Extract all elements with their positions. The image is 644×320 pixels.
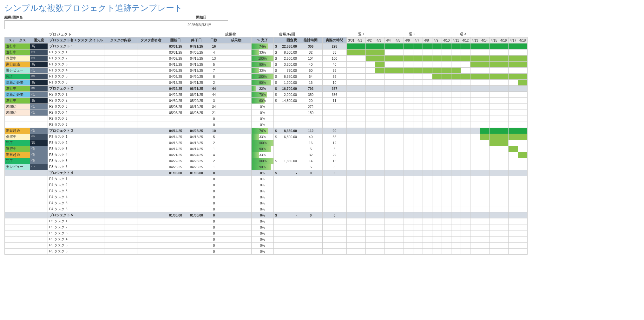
task-row[interactable]: P4 タスク 300% <box>5 188 528 194</box>
gantt-cell[interactable] <box>384 152 394 158</box>
gantt-cell[interactable] <box>451 110 461 116</box>
gantt-cell[interactable] <box>365 62 375 68</box>
cell[interactable] <box>221 122 251 128</box>
gantt-cell[interactable] <box>480 110 489 116</box>
gantt-cell[interactable] <box>451 212 461 218</box>
gantt-cell[interactable] <box>518 98 527 104</box>
gantt-cell[interactable] <box>413 122 423 128</box>
gantt-cell[interactable] <box>518 134 527 140</box>
gantt-cell[interactable] <box>451 56 461 62</box>
gantt-cell[interactable] <box>451 80 461 86</box>
gantt-cell[interactable] <box>394 243 404 249</box>
gantt-cell[interactable] <box>508 86 518 92</box>
cell[interactable] <box>186 122 207 128</box>
gantt-cell[interactable] <box>356 158 365 164</box>
cell-cost[interactable]: $6,500.00 <box>273 134 299 140</box>
cell-cost[interactable] <box>273 230 299 237</box>
cell[interactable] <box>221 206 251 212</box>
gantt-cell[interactable] <box>375 98 384 104</box>
cell[interactable]: プロジェクト 4 <box>48 170 104 176</box>
gantt-cell[interactable] <box>394 206 404 212</box>
col-day-4/12[interactable]: 4/12 <box>461 37 470 43</box>
cell[interactable]: プロジェクト 2 <box>48 86 104 92</box>
cell[interactable] <box>221 212 251 218</box>
gantt-cell[interactable] <box>442 212 451 218</box>
cell[interactable]: 01/00/00 <box>165 212 186 218</box>
cell[interactable]: 14 <box>299 158 322 164</box>
cell[interactable] <box>221 224 251 230</box>
gantt-cell[interactable] <box>518 170 527 176</box>
cell[interactable] <box>165 188 186 194</box>
gantt-cell[interactable] <box>413 50 423 56</box>
cell[interactable]: 05/02/25 <box>186 98 207 104</box>
cell[interactable] <box>137 68 165 74</box>
gantt-cell[interactable] <box>365 218 375 224</box>
gantt-cell[interactable] <box>489 249 499 255</box>
cell[interactable] <box>299 176 322 182</box>
gantt-cell[interactable] <box>480 182 489 188</box>
cell[interactable] <box>137 243 165 249</box>
cell[interactable]: 更新が必要 <box>5 92 30 98</box>
gantt-cell[interactable] <box>499 110 508 116</box>
task-row[interactable]: 未開始低P2 タスク 405/06/2506/03/25210%150 <box>5 110 528 116</box>
gantt-cell[interactable] <box>394 152 404 158</box>
gantt-cell[interactable] <box>442 50 451 56</box>
gantt-cell[interactable] <box>413 62 423 68</box>
cell[interactable]: 10 <box>207 128 221 134</box>
gantt-cell[interactable] <box>432 152 442 158</box>
gantt-cell[interactable] <box>489 134 499 140</box>
cell[interactable] <box>322 104 346 110</box>
gantt-cell[interactable] <box>404 50 413 56</box>
gantt-cell[interactable] <box>413 128 423 134</box>
cell[interactable]: 32 <box>299 50 322 56</box>
gantt-cell[interactable] <box>442 56 451 62</box>
cell[interactable]: P3 タスク 5 <box>48 158 104 164</box>
gantt-cell[interactable] <box>470 182 480 188</box>
gantt-cell[interactable] <box>423 50 432 56</box>
gantt-cell[interactable] <box>442 122 451 128</box>
gantt-cell[interactable] <box>451 237 461 243</box>
gantt-cell[interactable] <box>356 92 365 98</box>
gantt-cell[interactable] <box>489 188 499 194</box>
gantt-cell[interactable] <box>356 140 365 146</box>
cell[interactable] <box>186 194 207 200</box>
cell[interactable] <box>137 134 165 140</box>
col-pct[interactable]: % 完了 <box>251 37 273 43</box>
gantt-cell[interactable] <box>413 158 423 164</box>
cell[interactable]: 04/21/25 <box>165 152 186 158</box>
gantt-cell[interactable] <box>499 68 508 74</box>
gantt-cell[interactable] <box>394 128 404 134</box>
gantt-cell[interactable] <box>375 50 384 56</box>
cell[interactable] <box>165 116 186 122</box>
cell[interactable] <box>221 230 251 237</box>
gantt-cell[interactable] <box>423 86 432 92</box>
cell[interactable]: 112 <box>299 128 322 134</box>
cell[interactable] <box>165 182 186 188</box>
cell-cost[interactable]: $8,350.00 <box>273 128 299 134</box>
gantt-cell[interactable] <box>451 62 461 68</box>
cell[interactable]: 04/20/25 <box>186 74 207 80</box>
col-day-4/1[interactable]: 4/1 <box>356 37 365 43</box>
gantt-cell[interactable] <box>508 43 518 50</box>
gantt-cell[interactable] <box>499 182 508 188</box>
cell[interactable]: 低 <box>30 92 48 98</box>
cell[interactable]: 06/19/25 <box>186 104 207 110</box>
gantt-cell[interactable] <box>346 212 356 218</box>
task-row[interactable]: P5 タスク 500% <box>5 243 528 249</box>
gantt-cell[interactable] <box>432 74 442 80</box>
gantt-cell[interactable] <box>365 170 375 176</box>
gantt-cell[interactable] <box>499 237 508 243</box>
gantt-cell[interactable] <box>480 194 489 200</box>
gantt-cell[interactable] <box>451 134 461 140</box>
cell[interactable]: 未開始 <box>5 104 30 110</box>
gantt-cell[interactable] <box>499 146 508 152</box>
cell[interactable]: P4 タスク 6 <box>48 206 104 212</box>
cell[interactable] <box>137 50 165 56</box>
gantt-cell[interactable] <box>480 200 489 206</box>
col-day-4/6[interactable]: 4/6 <box>404 37 413 43</box>
cell[interactable]: 04/23/25 <box>186 158 207 164</box>
cell[interactable] <box>104 80 137 86</box>
gantt-cell[interactable] <box>451 152 461 158</box>
gantt-cell[interactable] <box>404 170 413 176</box>
gantt-cell[interactable] <box>423 92 432 98</box>
